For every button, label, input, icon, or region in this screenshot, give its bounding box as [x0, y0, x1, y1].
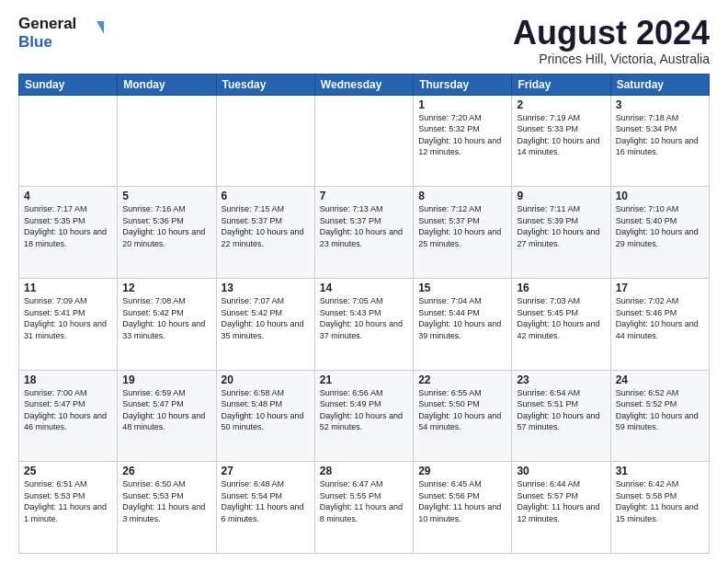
table-row: 22Sunrise: 6:55 AM Sunset: 5:50 PM Dayli… — [414, 370, 512, 462]
table-row: 18Sunrise: 7:00 AM Sunset: 5:47 PM Dayli… — [19, 370, 118, 462]
calendar-week-row: 4Sunrise: 7:17 AM Sunset: 5:35 PM Daylig… — [19, 187, 710, 279]
day-number: 16 — [517, 282, 605, 294]
table-row — [19, 95, 118, 187]
day-info: Sunrise: 6:58 AM Sunset: 5:48 PM Dayligh… — [222, 387, 310, 433]
calendar-week-row: 1Sunrise: 7:20 AM Sunset: 5:32 PM Daylig… — [19, 95, 710, 187]
day-info: Sunrise: 7:13 AM Sunset: 5:37 PM Dayligh… — [320, 203, 408, 249]
calendar-week-row: 18Sunrise: 7:00 AM Sunset: 5:47 PM Dayli… — [19, 370, 710, 462]
day-number: 2 — [517, 98, 605, 111]
table-row: 24Sunrise: 6:52 AM Sunset: 5:52 PM Dayli… — [610, 370, 709, 462]
day-number: 30 — [517, 465, 605, 477]
day-number: 25 — [24, 465, 112, 477]
table-row: 19Sunrise: 6:59 AM Sunset: 5:47 PM Dayli… — [118, 370, 216, 462]
col-sunday: Sunday — [19, 74, 118, 95]
day-number: 31 — [616, 465, 704, 477]
table-row: 12Sunrise: 7:08 AM Sunset: 5:42 PM Dayli… — [118, 278, 216, 370]
day-number: 19 — [122, 373, 210, 386]
table-row: 31Sunrise: 6:42 AM Sunset: 5:58 PM Dayli… — [610, 462, 709, 554]
day-number: 22 — [418, 373, 506, 386]
day-info: Sunrise: 7:15 AM Sunset: 5:37 PM Dayligh… — [222, 203, 310, 249]
calendar: Sunday Monday Tuesday Wednesday Thursday… — [18, 74, 710, 554]
day-number: 5 — [122, 190, 210, 202]
day-info: Sunrise: 7:00 AM Sunset: 5:47 PM Dayligh… — [24, 387, 112, 433]
day-number: 17 — [616, 282, 704, 294]
table-row: 8Sunrise: 7:12 AM Sunset: 5:37 PM Daylig… — [414, 187, 512, 279]
day-info: Sunrise: 7:09 AM Sunset: 5:41 PM Dayligh… — [24, 295, 112, 341]
calendar-week-row: 25Sunrise: 6:51 AM Sunset: 5:53 PM Dayli… — [19, 462, 710, 554]
day-info: Sunrise: 7:20 AM Sunset: 5:32 PM Dayligh… — [418, 112, 506, 158]
table-row: 5Sunrise: 7:16 AM Sunset: 5:36 PM Daylig… — [118, 187, 216, 279]
col-monday: Monday — [118, 74, 216, 95]
day-number: 3 — [616, 98, 704, 111]
table-row: 11Sunrise: 7:09 AM Sunset: 5:41 PM Dayli… — [19, 278, 118, 370]
day-number: 13 — [222, 282, 310, 294]
table-row: 4Sunrise: 7:17 AM Sunset: 5:35 PM Daylig… — [19, 187, 118, 279]
day-info: Sunrise: 6:47 AM Sunset: 5:55 PM Dayligh… — [320, 478, 408, 524]
day-info: Sunrise: 7:04 AM Sunset: 5:44 PM Dayligh… — [418, 295, 506, 341]
day-number: 10 — [616, 190, 704, 202]
title-block: August 2024 Princes Hill, Victoria, Aust… — [513, 15, 710, 66]
table-row: 30Sunrise: 6:44 AM Sunset: 5:57 PM Dayli… — [512, 462, 610, 554]
table-row: 9Sunrise: 7:11 AM Sunset: 5:39 PM Daylig… — [512, 187, 610, 279]
table-row: 27Sunrise: 6:48 AM Sunset: 5:54 PM Dayli… — [216, 462, 314, 554]
day-info: Sunrise: 7:19 AM Sunset: 5:33 PM Dayligh… — [517, 112, 605, 158]
day-number: 18 — [24, 373, 112, 386]
table-row: 13Sunrise: 7:07 AM Sunset: 5:42 PM Dayli… — [216, 278, 314, 370]
day-number: 24 — [616, 373, 704, 386]
day-info: Sunrise: 7:17 AM Sunset: 5:35 PM Dayligh… — [24, 203, 112, 249]
day-info: Sunrise: 6:59 AM Sunset: 5:47 PM Dayligh… — [122, 387, 210, 433]
logo-arrow-icon — [80, 14, 108, 41]
table-row: 28Sunrise: 6:47 AM Sunset: 5:55 PM Dayli… — [314, 462, 413, 554]
table-row: 10Sunrise: 7:10 AM Sunset: 5:40 PM Dayli… — [610, 187, 709, 279]
table-row: 1Sunrise: 7:20 AM Sunset: 5:32 PM Daylig… — [414, 95, 512, 187]
col-wednesday: Wednesday — [314, 74, 413, 95]
day-number: 23 — [517, 373, 605, 386]
day-info: Sunrise: 7:10 AM Sunset: 5:40 PM Dayligh… — [616, 203, 704, 249]
day-info: Sunrise: 7:08 AM Sunset: 5:42 PM Dayligh… — [122, 295, 210, 341]
table-row: 7Sunrise: 7:13 AM Sunset: 5:37 PM Daylig… — [314, 187, 413, 279]
day-number: 29 — [418, 465, 506, 477]
day-info: Sunrise: 6:50 AM Sunset: 5:53 PM Dayligh… — [122, 478, 210, 524]
table-row — [314, 95, 413, 187]
col-tuesday: Tuesday — [216, 74, 314, 95]
day-number: 9 — [517, 190, 605, 202]
day-number: 14 — [320, 282, 408, 294]
table-row: 21Sunrise: 6:56 AM Sunset: 5:49 PM Dayli… — [314, 370, 413, 462]
day-info: Sunrise: 7:12 AM Sunset: 5:37 PM Dayligh… — [418, 203, 506, 249]
day-number: 15 — [418, 282, 506, 294]
table-row: 2Sunrise: 7:19 AM Sunset: 5:33 PM Daylig… — [512, 95, 610, 187]
calendar-header-row: Sunday Monday Tuesday Wednesday Thursday… — [19, 74, 710, 95]
day-number: 21 — [320, 373, 408, 386]
col-saturday: Saturday — [610, 74, 709, 95]
day-number: 8 — [418, 190, 506, 202]
col-thursday: Thursday — [414, 74, 512, 95]
day-number: 12 — [122, 282, 210, 294]
day-info: Sunrise: 6:52 AM Sunset: 5:52 PM Dayligh… — [616, 387, 704, 433]
month-title: August 2024 — [513, 15, 710, 52]
logo-text: General Blue — [18, 15, 76, 51]
day-number: 7 — [320, 190, 408, 202]
header: General Blue August 2024 Princes Hill, V… — [18, 15, 710, 66]
table-row: 26Sunrise: 6:50 AM Sunset: 5:53 PM Dayli… — [118, 462, 216, 554]
day-info: Sunrise: 6:55 AM Sunset: 5:50 PM Dayligh… — [418, 387, 506, 433]
day-info: Sunrise: 7:07 AM Sunset: 5:42 PM Dayligh… — [222, 295, 310, 341]
table-row: 29Sunrise: 6:45 AM Sunset: 5:56 PM Dayli… — [414, 462, 512, 554]
day-info: Sunrise: 7:16 AM Sunset: 5:36 PM Dayligh… — [122, 203, 210, 249]
day-number: 20 — [222, 373, 310, 386]
table-row: 17Sunrise: 7:02 AM Sunset: 5:46 PM Dayli… — [610, 278, 709, 370]
day-number: 28 — [320, 465, 408, 477]
day-info: Sunrise: 6:45 AM Sunset: 5:56 PM Dayligh… — [418, 478, 506, 524]
day-info: Sunrise: 7:11 AM Sunset: 5:39 PM Dayligh… — [517, 203, 605, 249]
day-number: 4 — [24, 190, 112, 202]
table-row: 16Sunrise: 7:03 AM Sunset: 5:45 PM Dayli… — [512, 278, 610, 370]
table-row: 14Sunrise: 7:05 AM Sunset: 5:43 PM Dayli… — [314, 278, 413, 370]
day-info: Sunrise: 7:05 AM Sunset: 5:43 PM Dayligh… — [320, 295, 408, 341]
day-info: Sunrise: 6:51 AM Sunset: 5:53 PM Dayligh… — [24, 478, 112, 524]
table-row — [118, 95, 216, 187]
day-info: Sunrise: 6:48 AM Sunset: 5:54 PM Dayligh… — [222, 478, 310, 524]
day-info: Sunrise: 6:44 AM Sunset: 5:57 PM Dayligh… — [517, 478, 605, 524]
table-row: 23Sunrise: 6:54 AM Sunset: 5:51 PM Dayli… — [512, 370, 610, 462]
day-info: Sunrise: 6:54 AM Sunset: 5:51 PM Dayligh… — [517, 387, 605, 433]
day-number: 11 — [24, 282, 112, 294]
location-subtitle: Princes Hill, Victoria, Australia — [513, 52, 710, 66]
